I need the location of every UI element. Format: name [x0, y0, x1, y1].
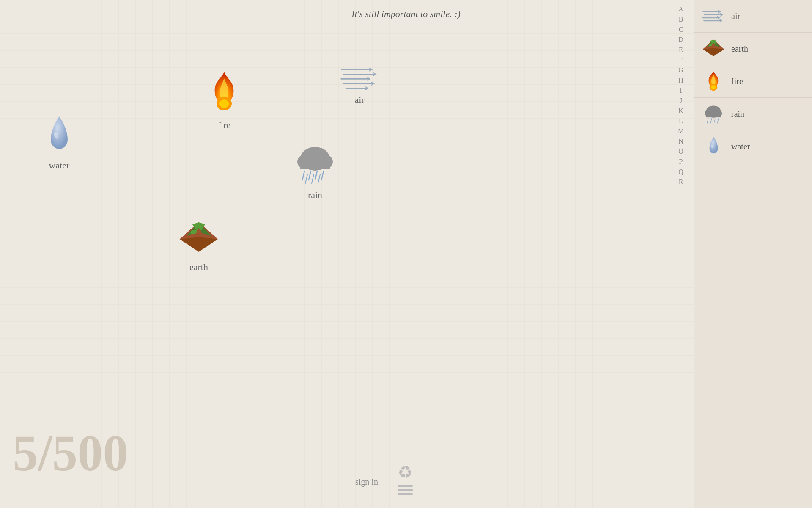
- sidebar-fire-icon: [701, 69, 726, 94]
- sidebar-earth-icon: [701, 36, 726, 61]
- svg-line-15: [321, 171, 324, 180]
- svg-line-17: [312, 174, 314, 183]
- sidebar-fire-label: fire: [731, 77, 743, 86]
- alpha-letter-f[interactable]: F: [679, 55, 683, 65]
- fire-icon: [207, 70, 241, 116]
- svg-line-16: [305, 174, 307, 183]
- svg-line-14: [315, 171, 317, 180]
- alpha-letter-r[interactable]: R: [679, 177, 683, 187]
- sidebar-water-icon: [701, 134, 726, 159]
- sidebar-rain-label: rain: [731, 109, 744, 119]
- alpha-letter-n[interactable]: N: [678, 136, 683, 146]
- svg-line-42: [710, 119, 712, 123]
- svg-line-44: [717, 119, 719, 123]
- sign-in-button[interactable]: sign in: [355, 477, 378, 487]
- alpha-letter-e[interactable]: E: [679, 45, 683, 55]
- alpha-letter-p[interactable]: P: [679, 157, 683, 167]
- svg-line-13: [309, 171, 311, 180]
- air-icon: [338, 66, 381, 91]
- alphabet-strip: ABCDEFGHIJKLMNOPQR: [668, 0, 694, 508]
- canvas-water[interactable]: water: [42, 114, 76, 171]
- sidebar: air earth fire: [694, 0, 812, 508]
- alpha-letter-c[interactable]: C: [679, 25, 683, 35]
- alpha-letter-l[interactable]: L: [679, 116, 683, 126]
- element-counter: 5/500: [13, 424, 128, 483]
- alpha-letter-j[interactable]: J: [680, 96, 682, 106]
- alpha-letter-a[interactable]: A: [678, 4, 683, 14]
- earth-icon: [178, 220, 220, 258]
- canvas-rain[interactable]: rain: [292, 140, 338, 201]
- canvas-earth-label: earth: [189, 262, 208, 273]
- svg-point-2: [219, 99, 229, 108]
- alpha-letter-q[interactable]: Q: [678, 167, 683, 177]
- svg-line-41: [707, 119, 708, 123]
- sidebar-rain-icon: [701, 101, 726, 127]
- svg-rect-11: [300, 162, 330, 169]
- canvas-fire-label: fire: [218, 120, 231, 131]
- sidebar-item-water[interactable]: water: [694, 130, 812, 163]
- canvas-air-label: air: [354, 94, 364, 105]
- svg-line-12: [302, 171, 304, 180]
- sidebar-air-label: air: [731, 11, 740, 21]
- sidebar-earth-label: earth: [731, 44, 748, 54]
- alpha-letter-o[interactable]: O: [678, 146, 683, 157]
- canvas-water-label: water: [49, 160, 70, 171]
- sidebar-air-icon: [701, 3, 726, 29]
- alpha-letter-h[interactable]: H: [678, 75, 683, 86]
- sidebar-water-label: water: [731, 142, 750, 152]
- bottom-icons: ♻: [398, 462, 413, 495]
- sidebar-item-air[interactable]: air: [694, 0, 812, 33]
- sidebar-item-earth[interactable]: earth: [694, 33, 812, 65]
- alpha-letter-d[interactable]: D: [678, 35, 683, 45]
- svg-line-18: [318, 174, 320, 183]
- sidebar-item-rain[interactable]: rain: [694, 98, 812, 130]
- hamburger-menu[interactable]: [398, 485, 413, 495]
- alpha-letter-k[interactable]: K: [678, 106, 683, 116]
- alpha-letter-g[interactable]: G: [678, 65, 683, 75]
- svg-line-43: [714, 119, 715, 123]
- canvas-rain-label: rain: [308, 190, 322, 201]
- recycle-icon[interactable]: ♻: [398, 462, 413, 482]
- sidebar-item-fire[interactable]: fire: [694, 65, 812, 98]
- water-drop-icon: [42, 114, 76, 157]
- alpha-letter-b[interactable]: B: [679, 14, 683, 25]
- rain-icon: [292, 140, 338, 186]
- canvas-earth[interactable]: earth: [178, 220, 220, 273]
- canvas-air[interactable]: air: [338, 66, 381, 105]
- alpha-letter-i[interactable]: I: [680, 86, 682, 96]
- canvas-fire[interactable]: fire: [207, 70, 241, 131]
- svg-rect-40: [706, 113, 721, 117]
- alpha-letter-m[interactable]: M: [678, 126, 684, 136]
- svg-point-36: [711, 85, 716, 90]
